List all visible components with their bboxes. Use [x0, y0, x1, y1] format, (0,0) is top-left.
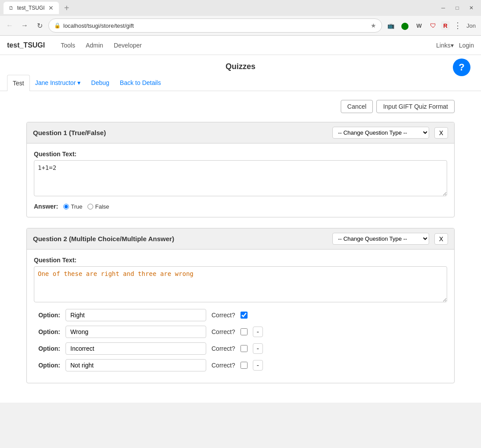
question-1-body: Question Text: 1+1=2 Answer: True False — [27, 143, 454, 217]
option-row-3: Option: Correct? - — [34, 342, 447, 355]
correct-4-label: Correct? — [211, 362, 235, 369]
page-content: test_TSUGI Tools Admin Developer Links▾ … — [0, 36, 481, 403]
question-1-text-label: Question Text: — [34, 151, 447, 158]
correct-2-label: Correct? — [211, 328, 235, 335]
option-row-2: Option: Correct? - — [34, 326, 447, 338]
question-2-text-input[interactable]: One of these are right and three are wro… — [34, 266, 447, 302]
true-radio[interactable] — [63, 204, 69, 209]
user-name: Jon — [466, 22, 476, 29]
correct-1-checkbox[interactable] — [240, 312, 248, 319]
question-2-type-select[interactable]: -- Change Question Type -- — [332, 233, 429, 245]
forward-button[interactable]: → — [18, 19, 31, 32]
question-1-delete-button[interactable]: X — [434, 127, 448, 139]
w-icon[interactable]: W — [413, 19, 425, 32]
false-radio[interactable] — [87, 204, 93, 209]
question-1-header: Question 1 (True/False) -- Change Questi… — [27, 122, 454, 143]
correct-3-checkbox[interactable] — [240, 345, 248, 352]
option-3-input[interactable] — [66, 342, 206, 355]
instructor-arrow-icon: ▾ — [77, 79, 80, 86]
address-bar[interactable]: 🔒 ★ — [48, 18, 382, 33]
tab-back-to-details[interactable]: Back to Details — [115, 75, 166, 91]
correct-4-checkbox[interactable] — [240, 362, 248, 369]
option-row-1: Option: Correct? — [34, 309, 447, 321]
instructor-label: Jane Instructor — [35, 79, 76, 86]
main-area: Cancel Input GIFT Quiz Format Question 1… — [0, 91, 481, 403]
question-1-text-input[interactable]: 1+1=2 — [34, 160, 447, 196]
page-header: Quizzes ? — [0, 55, 481, 75]
nav-right: Links▾ Login — [436, 42, 474, 49]
true-label: True — [71, 203, 82, 210]
tab-instructor[interactable]: Jane Instructor ▾ — [30, 75, 86, 91]
app-navbar: test_TSUGI Tools Admin Developer Links▾ … — [0, 36, 481, 55]
tabs-bar: Test Jane Instructor ▾ Debug Back to Det… — [0, 75, 481, 91]
option-4-minus-button[interactable]: - — [253, 360, 263, 371]
browser-tab[interactable]: 🗋 test_TSUGI ✕ — [4, 2, 59, 14]
question-2-text-label: Question Text: — [34, 257, 447, 264]
back-button[interactable]: ← — [4, 19, 16, 32]
maximize-button[interactable]: □ — [451, 2, 463, 14]
minimize-button[interactable]: ─ — [437, 2, 449, 14]
nav-login-button[interactable]: Login — [459, 42, 474, 49]
option-3-minus-button[interactable]: - — [253, 343, 263, 354]
tab-title: test_TSUGI — [17, 5, 45, 11]
question-2-header: Question 2 (Multiple Choice/Multiple Ans… — [27, 228, 454, 250]
question-2-body: Question Text: One of these are right an… — [27, 250, 454, 383]
option-2-minus-button[interactable]: - — [253, 327, 263, 337]
help-icon[interactable]: ? — [453, 59, 470, 76]
cancel-button[interactable]: Cancel — [341, 100, 373, 113]
circle-green-icon[interactable]: ⬤ — [399, 19, 411, 32]
option-4-label: Option: — [34, 362, 60, 369]
options-area: Option: Correct? Option: Correct? - — [34, 309, 447, 371]
toolbar: Cancel Input GIFT Quiz Format — [26, 100, 455, 113]
shield-icon[interactable]: 🛡 — [427, 19, 439, 32]
nav-links-button[interactable]: Links▾ — [436, 42, 454, 49]
question-1-title: Question 1 (True/False) — [33, 129, 327, 136]
option-2-input[interactable] — [66, 326, 206, 338]
question-2-card: Question 2 (Multiple Choice/Multiple Ans… — [26, 228, 455, 383]
question-1-card: Question 1 (True/False) -- Change Questi… — [26, 122, 455, 217]
false-label: False — [95, 203, 109, 210]
nav-developer[interactable]: Developer — [109, 42, 147, 49]
input-gift-button[interactable]: Input GIFT Quiz Format — [376, 100, 455, 113]
address-bar-icons: ★ — [371, 22, 376, 29]
r-icon[interactable]: R — [441, 21, 450, 30]
tab-close-icon[interactable]: ✕ — [48, 4, 54, 11]
correct-3-label: Correct? — [211, 345, 235, 352]
browser-right-icons: 📺 ⬤ W 🛡 R ⋮ — [385, 19, 464, 32]
new-tab-button[interactable]: + — [61, 2, 73, 14]
question-2-delete-button[interactable]: X — [434, 233, 448, 245]
correct-2-checkbox[interactable] — [240, 328, 248, 335]
option-1-input[interactable] — [66, 309, 206, 321]
option-3-label: Option: — [34, 345, 60, 352]
false-radio-option[interactable]: False — [87, 203, 109, 210]
true-radio-option[interactable]: True — [63, 203, 82, 210]
browser-controls: ← → ↻ 🔒 ★ 📺 ⬤ W 🛡 R ⋮ Jon — [0, 16, 481, 35]
url-input[interactable] — [63, 22, 368, 29]
answer-label: Answer: — [34, 203, 58, 210]
star-icon[interactable]: ★ — [371, 22, 376, 29]
correct-1-label: Correct? — [211, 312, 235, 319]
reload-button[interactable]: ↻ — [33, 19, 46, 32]
browser-titlebar: 🗋 test_TSUGI ✕ + ─ □ ✕ — [0, 0, 481, 16]
close-button[interactable]: ✕ — [465, 2, 477, 14]
browser-chrome: 🗋 test_TSUGI ✕ + ─ □ ✕ ← → ↻ 🔒 ★ 📺 ⬤ W 🛡… — [0, 0, 481, 36]
tab-debug[interactable]: Debug — [86, 75, 114, 91]
app-brand: test_TSUGI — [7, 41, 45, 49]
tab-test[interactable]: Test — [7, 75, 30, 91]
question-2-title: Question 2 (Multiple Choice/Multiple Ans… — [33, 235, 327, 242]
option-4-input[interactable] — [66, 359, 206, 371]
question-1-answer-row: Answer: True False — [34, 203, 447, 210]
cast-icon[interactable]: 📺 — [385, 19, 397, 32]
option-1-label: Option: — [34, 312, 60, 319]
page-title: Quizzes — [226, 62, 255, 71]
menu-icon[interactable]: ⋮ — [452, 19, 464, 32]
lock-icon: 🔒 — [54, 22, 61, 29]
nav-tools[interactable]: Tools — [55, 42, 80, 49]
option-2-label: Option: — [34, 328, 60, 335]
nav-admin[interactable]: Admin — [80, 42, 109, 49]
question-1-type-select[interactable]: -- Change Question Type -- — [332, 127, 429, 139]
option-row-4: Option: Correct? - — [34, 359, 447, 371]
